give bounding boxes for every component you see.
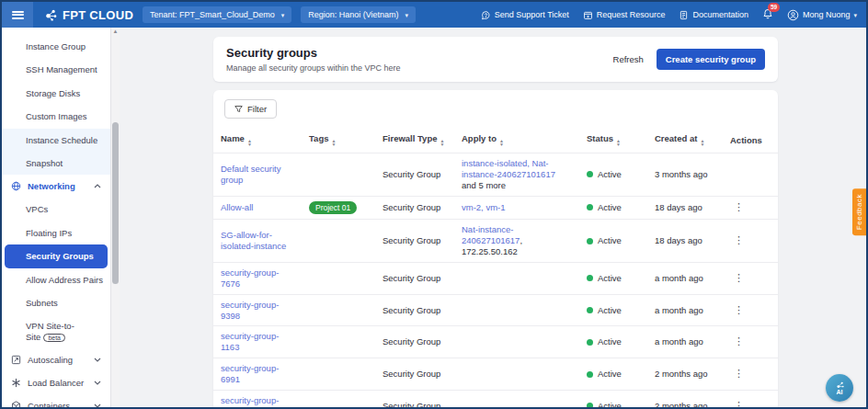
created-at: 18 days ago xyxy=(655,235,702,245)
row-actions-kebab-icon[interactable]: ⋮ xyxy=(730,335,748,348)
fpt-cloud-logo[interactable]: FPT CLOUD xyxy=(44,8,133,22)
sidebar-section-containers[interactable]: Containers xyxy=(2,394,110,407)
row-actions-kebab-icon[interactable]: ⋮ xyxy=(730,272,748,285)
status-badge: Active xyxy=(587,273,640,284)
firewall-type: Security Group xyxy=(383,305,440,315)
sidebar-item-snapshot[interactable]: Snapshot xyxy=(2,152,110,175)
row-actions-kebab-icon[interactable]: ⋮ xyxy=(730,368,748,381)
sidebar-item-label: Custom Images xyxy=(26,111,87,121)
sidebar-section-label: Containers xyxy=(28,401,87,407)
chevron-down-icon xyxy=(94,403,101,407)
column-header-tags[interactable]: Tags▲▼ xyxy=(302,127,375,153)
table-row: security-group-2508Security GroupActive2… xyxy=(213,390,778,407)
sort-icon[interactable]: ▲▼ xyxy=(331,139,336,146)
nav-link-request-resource[interactable]: Request Resource xyxy=(583,10,666,20)
table-header-row: Name▲▼Tags▲▼Firewall Type▲▼Apply to▲▼Sta… xyxy=(213,127,778,153)
sidebar-item-allow-address-pairs[interactable]: Allow Address Pairs xyxy=(2,268,110,291)
sg-name-link[interactable]: security-group-2508 xyxy=(221,395,279,407)
feedback-tab[interactable]: Feedback xyxy=(852,188,866,235)
sort-icon[interactable]: ▲▼ xyxy=(247,139,252,146)
row-actions-kebab-icon[interactable]: ⋮ xyxy=(730,304,748,317)
notifications-button[interactable]: 59 xyxy=(762,8,773,21)
sidebar-item-vpcs[interactable]: VPCs xyxy=(2,198,110,221)
sidebar-item-ssh-management[interactable]: SSH Management xyxy=(2,58,110,81)
sidebar-item-security-groups[interactable]: Security Groups xyxy=(5,244,108,267)
user-menu[interactable]: Mong Nuong ▾ xyxy=(787,9,857,21)
created-at: 2 months ago xyxy=(655,401,708,407)
sidebar-scrollbar[interactable]: ▲ xyxy=(110,28,120,407)
apply-to-extra: and 5 more xyxy=(462,180,506,190)
table-row: Allow-allProject 01Security Groupvm-2, v… xyxy=(213,196,778,220)
sg-name-link[interactable]: Allow-all xyxy=(221,202,253,212)
chevron-down-icon: ▾ xyxy=(281,12,285,18)
status-dot-icon xyxy=(587,204,593,210)
sg-name-link[interactable]: security-group-1163 xyxy=(221,331,279,352)
scrollbar-up-arrow[interactable]: ▲ xyxy=(111,28,120,34)
sg-name-link[interactable]: security-group-9398 xyxy=(221,300,279,321)
created-at: a month ago xyxy=(655,336,703,347)
region-selector[interactable]: Region: Hanoi (Vietnam) ▾ xyxy=(301,6,416,23)
scrollbar-thumb[interactable] xyxy=(112,122,119,284)
row-actions-kebab-icon[interactable]: ⋮ xyxy=(730,400,748,407)
column-header-firewall-type[interactable]: Firewall Type▲▼ xyxy=(375,127,454,153)
sidebar-item-label: Floating IPs xyxy=(26,228,72,238)
sort-icon[interactable]: ▲▼ xyxy=(440,139,444,146)
table-row: security-group-6991Security GroupActive2… xyxy=(213,358,778,391)
sidebar-item-floating-ips[interactable]: Floating IPs xyxy=(2,222,110,244)
sidebar-section-networking[interactable]: Networking xyxy=(2,175,110,198)
sidebar-item-custom-images[interactable]: Custom Images xyxy=(2,105,110,128)
sg-name-link[interactable]: Default security group xyxy=(221,164,280,185)
status-badge: Active xyxy=(587,202,640,213)
tenant-selector[interactable]: Tenant: FPT_Smart_Cloud_Demo ▾ xyxy=(143,6,291,23)
sidebar-item-label: Storage Disks xyxy=(26,88,80,98)
apply-to-links[interactable]: Nat-instance-240627101617 xyxy=(462,224,520,245)
status-dot-icon xyxy=(587,371,593,378)
ai-chat-button[interactable]: AI xyxy=(826,374,853,402)
sidebar-section-label: Load Balancer xyxy=(28,378,87,388)
hamburger-menu-button[interactable] xyxy=(2,2,33,28)
nav-link-send-support-ticket[interactable]: Send Support Ticket xyxy=(481,10,569,20)
status-dot-icon xyxy=(587,238,593,244)
sidebar-item-storage-disks[interactable]: Storage Disks xyxy=(2,82,110,105)
column-header-created-at[interactable]: Created at▲▼ xyxy=(647,127,723,153)
sidebar-item-label: Snapshot xyxy=(26,158,63,168)
fpt-cloud-console-window: FPT CLOUD Tenant: FPT_Smart_Cloud_Demo ▾… xyxy=(0,0,868,409)
sidebar-item-instance-schedule[interactable]: Instance Schedule xyxy=(2,129,110,152)
apply-to-links[interactable]: vm-2, vm-1 xyxy=(462,202,506,212)
sort-icon[interactable]: ▲▼ xyxy=(499,139,504,146)
table-row: security-group-7676Security GroupActivea… xyxy=(213,262,778,294)
column-header-status[interactable]: Status▲▼ xyxy=(579,127,647,153)
filter-button[interactable]: Filter xyxy=(224,99,277,119)
firewall-type: Security Group xyxy=(383,336,440,347)
sg-name-link[interactable]: SG-allow-for-isolated-instance xyxy=(221,230,286,251)
sort-icon[interactable]: ▲▼ xyxy=(616,139,621,146)
sg-name-link[interactable]: security-group-6991 xyxy=(221,363,279,384)
sidebar-item-instance-group[interactable]: Instance Group xyxy=(2,35,110,58)
refresh-button[interactable]: Refresh xyxy=(613,54,644,64)
status-badge: Active xyxy=(587,235,640,246)
sidebar-section-autoscaling[interactable]: Autoscaling xyxy=(2,348,110,371)
created-at: 3 months ago xyxy=(655,169,708,179)
sidebar-section-label: Autoscaling xyxy=(28,355,87,365)
sidebar-section-label: Networking xyxy=(28,181,87,191)
user-avatar-icon xyxy=(787,9,799,21)
navbar-right-links: Send Support TicketRequest ResourceDocum… xyxy=(481,8,857,21)
create-security-group-button[interactable]: Create security group xyxy=(657,49,765,70)
row-actions-kebab-icon[interactable]: ⋮ xyxy=(730,234,748,247)
sidebar-item-label: Subnets xyxy=(26,298,58,308)
sg-name-link[interactable]: security-group-7676 xyxy=(221,267,279,289)
nav-link-documentation[interactable]: Documentation xyxy=(679,10,748,20)
sidebar-item-vpn-site-to-site[interactable]: VPN Site-to-Sitebeta xyxy=(2,314,110,348)
column-header-apply-to[interactable]: Apply to▲▼ xyxy=(454,127,579,153)
firewall-type: Security Group xyxy=(383,235,440,245)
sort-icon[interactable]: ▲▼ xyxy=(700,139,704,146)
apply-to-links[interactable]: instance-isolated, Nat-instance-24062710… xyxy=(462,158,555,179)
sidebar-item-subnets[interactable]: Subnets xyxy=(2,291,110,314)
main-content: Security groups Manage all security grou… xyxy=(120,28,866,407)
ai-label: AI xyxy=(837,389,843,395)
security-groups-table: Name▲▼Tags▲▼Firewall Type▲▼Apply to▲▼Sta… xyxy=(213,127,778,407)
column-header-name[interactable]: Name▲▼ xyxy=(213,127,302,153)
security-groups-table-card: Filter Name▲▼Tags▲▼Firewall Type▲▼Apply … xyxy=(213,90,778,407)
row-actions-kebab-icon[interactable]: ⋮ xyxy=(730,201,748,214)
sidebar-section-load-balancer[interactable]: Load Balancer xyxy=(2,371,110,394)
